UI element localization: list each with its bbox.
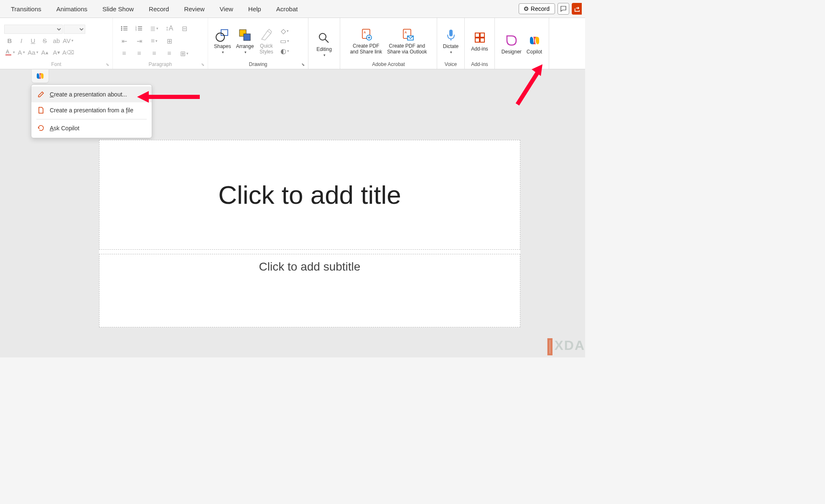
slide[interactable]: Click to add title Click to add subtitle: [99, 140, 520, 327]
paragraph-group-label: Paragraph: [117, 61, 204, 68]
paragraph-dialog-launcher[interactable]: ⬊: [201, 62, 207, 68]
svg-rect-11: [138, 28, 142, 29]
numbering-button[interactable]: 123: [132, 23, 146, 34]
decrease-indent-button[interactable]: ⇤: [117, 35, 131, 47]
character-spacing-button[interactable]: AV▾: [63, 35, 74, 46]
copilot-button[interactable]: Copilot: [525, 31, 544, 56]
slide-title-placeholder[interactable]: Click to add title: [99, 140, 520, 250]
font-size-select[interactable]: [64, 25, 85, 34]
create-presentation-from-file-item[interactable]: Create a presentation from a file: [31, 102, 152, 118]
shapes-button[interactable]: Shapes ▾: [212, 26, 233, 56]
chevron-down-icon: ▾: [222, 50, 224, 54]
addins-icon: [472, 30, 487, 45]
increase-font-button[interactable]: A▴: [39, 47, 50, 57]
line-spacing-button[interactable]: ≡▾: [147, 35, 161, 47]
designer-icon: [504, 33, 519, 48]
addins-button[interactable]: Add-ins: [469, 28, 490, 53]
svg-rect-31: [480, 38, 484, 42]
svg-point-15: [216, 33, 224, 41]
arrange-icon: [237, 28, 252, 43]
slide-subtitle-placeholder[interactable]: Click to add subtitle: [99, 254, 520, 327]
arrange-button[interactable]: Arrange ▾: [234, 26, 256, 56]
addins-group: Add-ins Add-ins: [465, 18, 495, 69]
shape-outline-button[interactable]: ▭▾: [279, 36, 290, 46]
svg-rect-7: [123, 30, 127, 30]
justify-button[interactable]: ≡: [162, 48, 176, 59]
dictate-button[interactable]: Dictate ▾: [441, 26, 460, 56]
menu-item-label: Ask Copilot: [50, 125, 79, 132]
text-shadow-button[interactable]: ab: [51, 35, 62, 46]
create-pdf-share-outlook-button[interactable]: A Create PDF and Share via Outlook: [385, 25, 428, 56]
copilot-badge-button[interactable]: [32, 69, 48, 83]
font-group: B I U S ab AV▾ A▾ A▾ Aa▾ A▴ A▾ A⌫ Font ⬊: [0, 18, 113, 69]
drawing-dialog-launcher[interactable]: ⬊: [301, 62, 307, 68]
font-color-button[interactable]: A▾: [4, 47, 15, 57]
ribbon: B I U S ab AV▾ A▾ A▾ Aa▾ A▴ A▾ A⌫ Font ⬊: [0, 18, 585, 69]
underline-button[interactable]: U: [28, 35, 38, 46]
create-presentation-about-item[interactable]: Create a presentation about...: [31, 86, 152, 102]
acrobat-group-label: Adobe Acrobat: [344, 61, 433, 68]
tab-transitions[interactable]: Transitions: [3, 0, 49, 18]
quick-styles-button[interactable]: Quick Styles: [257, 25, 275, 56]
svg-rect-3: [123, 26, 127, 27]
tab-help[interactable]: Help: [241, 0, 269, 18]
columns-button[interactable]: ⊞▾: [177, 48, 191, 59]
chevron-down-icon: ▾: [323, 53, 326, 57]
editing-group: Editing ▾: [308, 18, 340, 69]
font-family-select[interactable]: [4, 25, 63, 34]
strikethrough-button[interactable]: S: [39, 35, 50, 46]
bold-button[interactable]: B: [4, 35, 15, 46]
record-button[interactable]: Record: [519, 3, 555, 14]
font-dialog-launcher[interactable]: ⬊: [106, 62, 112, 68]
shape-fill-button[interactable]: ◇▾: [279, 26, 290, 35]
align-center-button[interactable]: ≡: [132, 48, 146, 59]
italic-button[interactable]: I: [16, 35, 27, 46]
search-icon: [316, 30, 331, 46]
svg-rect-17: [244, 34, 250, 41]
text-direction-button[interactable]: ↕A: [162, 23, 176, 34]
decrease-font-button[interactable]: A▾: [51, 47, 62, 57]
record-icon: [524, 7, 528, 11]
menu-bar: Transitions Animations Slide Show Record…: [0, 0, 585, 18]
ask-copilot-item[interactable]: Ask Copilot: [31, 120, 152, 136]
voice-group-label: Voice: [441, 61, 460, 68]
create-pdf-share-link-button[interactable]: A Create PDF and Share link: [348, 25, 384, 56]
comment-icon: [560, 5, 567, 12]
svg-rect-5: [123, 28, 127, 29]
tab-slide-show[interactable]: Slide Show: [95, 0, 141, 18]
chevron-down-icon: ▾: [244, 50, 247, 54]
tab-acrobat[interactable]: Acrobat: [269, 0, 306, 18]
bullets-button[interactable]: [117, 23, 131, 34]
highlight-button[interactable]: A▾: [16, 47, 27, 57]
drawing-group-label: Drawing: [212, 61, 304, 68]
slide-canvas: Create a presentation about... Create a …: [0, 69, 585, 357]
svg-text:A: A: [6, 49, 9, 55]
tab-animations[interactable]: Animations: [49, 0, 95, 18]
quick-styles-icon: [259, 27, 274, 42]
svg-text:A: A: [364, 30, 366, 34]
tab-record[interactable]: Record: [141, 0, 176, 18]
change-case-button[interactable]: Aa▾: [28, 47, 38, 57]
clear-formatting-button[interactable]: A⌫: [63, 47, 74, 57]
designer-button[interactable]: Designer: [500, 31, 523, 56]
chevron-down-icon: ▾: [450, 50, 452, 54]
comments-button[interactable]: [558, 3, 569, 15]
increase-indent-button[interactable]: ⇥: [132, 35, 146, 47]
editing-button[interactable]: Editing ▾: [315, 29, 334, 59]
svg-point-6: [121, 30, 122, 31]
convert-smartart-button[interactable]: ⊞: [162, 35, 176, 47]
align-right-button[interactable]: ≡: [147, 48, 161, 59]
align-left-button[interactable]: ≡: [117, 48, 131, 59]
record-label: Record: [531, 5, 550, 12]
tab-review[interactable]: Review: [176, 0, 212, 18]
shapes-icon: [215, 28, 230, 43]
tab-view[interactable]: View: [212, 0, 241, 18]
shape-effects-button[interactable]: ◐▾: [279, 46, 290, 56]
align-text-button[interactable]: ⊟: [177, 23, 191, 34]
slide-subtitle-text: Click to add subtitle: [99, 260, 520, 274]
share-button[interactable]: [572, 3, 582, 15]
bracket-icon: ]: [547, 335, 554, 356]
drawing-group: Shapes ▾ Arrange ▾ Quick Styles ◇▾ ▭▾ ◐▾…: [208, 18, 308, 69]
svg-rect-9: [138, 26, 142, 27]
column-button[interactable]: ≣▾: [147, 23, 161, 34]
